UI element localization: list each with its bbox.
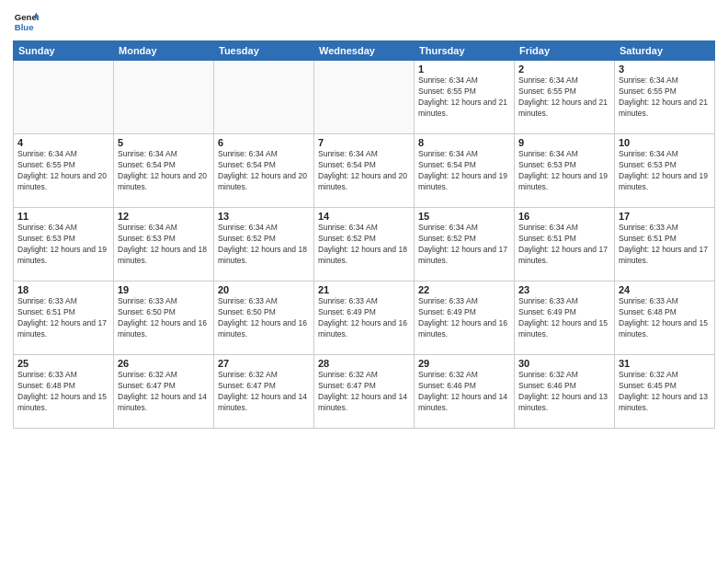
day-info: Sunrise: 6:33 AMSunset: 6:49 PMDaylight:… — [418, 296, 510, 340]
day-number: 31 — [619, 358, 711, 369]
day-number: 23 — [518, 284, 610, 295]
day-number: 22 — [418, 284, 510, 295]
day-info: Sunrise: 6:32 AMSunset: 6:46 PMDaylight:… — [518, 370, 610, 414]
day-info: Sunrise: 6:33 AMSunset: 6:48 PMDaylight:… — [619, 296, 711, 340]
day-info: Sunrise: 6:34 AMSunset: 6:54 PMDaylight:… — [118, 149, 210, 193]
day-info: Sunrise: 6:34 AMSunset: 6:55 PMDaylight:… — [17, 149, 109, 193]
day-number: 15 — [418, 211, 510, 222]
calendar-cell: 26Sunrise: 6:32 AMSunset: 6:47 PMDayligh… — [114, 355, 214, 429]
day-info: Sunrise: 6:32 AMSunset: 6:47 PMDaylight:… — [118, 370, 210, 414]
day-number: 20 — [218, 284, 310, 295]
calendar-cell: 10Sunrise: 6:34 AMSunset: 6:53 PMDayligh… — [615, 134, 715, 208]
day-number: 14 — [318, 211, 410, 222]
calendar-cell: 3Sunrise: 6:34 AMSunset: 6:55 PMDaylight… — [615, 61, 715, 134]
calendar-cell: 2Sunrise: 6:34 AMSunset: 6:55 PMDaylight… — [515, 61, 615, 134]
calendar-cell: 31Sunrise: 6:32 AMSunset: 6:45 PMDayligh… — [615, 355, 715, 429]
day-number: 10 — [619, 137, 711, 148]
calendar-cell — [14, 61, 114, 134]
day-number: 24 — [619, 284, 711, 295]
calendar-cell: 28Sunrise: 6:32 AMSunset: 6:47 PMDayligh… — [314, 355, 415, 429]
day-info: Sunrise: 6:34 AMSunset: 6:51 PMDaylight:… — [518, 223, 610, 267]
day-info: Sunrise: 6:33 AMSunset: 6:51 PMDaylight:… — [619, 223, 711, 267]
calendar-cell: 27Sunrise: 6:32 AMSunset: 6:47 PMDayligh… — [214, 355, 314, 429]
day-info: Sunrise: 6:32 AMSunset: 6:46 PMDaylight:… — [418, 370, 510, 414]
day-info: Sunrise: 6:34 AMSunset: 6:55 PMDaylight:… — [518, 75, 610, 120]
calendar-cell: 25Sunrise: 6:33 AMSunset: 6:48 PMDayligh… — [14, 355, 114, 429]
calendar-cell: 21Sunrise: 6:33 AMSunset: 6:49 PMDayligh… — [314, 282, 415, 355]
day-info: Sunrise: 6:34 AMSunset: 6:52 PMDaylight:… — [418, 223, 510, 267]
day-number: 27 — [218, 358, 310, 369]
header-tuesday: Tuesday — [214, 41, 314, 61]
day-number: 13 — [218, 211, 310, 222]
day-number: 18 — [17, 284, 109, 295]
header-thursday: Thursday — [415, 41, 515, 61]
calendar-cell: 16Sunrise: 6:34 AMSunset: 6:51 PMDayligh… — [515, 208, 615, 282]
day-info: Sunrise: 6:34 AMSunset: 6:55 PMDaylight:… — [418, 75, 510, 120]
calendar-cell: 6Sunrise: 6:34 AMSunset: 6:54 PMDaylight… — [214, 134, 314, 208]
calendar-page: General Blue SundayMondayTuesdayWednesda… — [0, 0, 728, 563]
day-number: 3 — [619, 63, 711, 75]
logo: General Blue — [13, 9, 40, 35]
header-sunday: Sunday — [14, 41, 114, 61]
day-info: Sunrise: 6:33 AMSunset: 6:48 PMDaylight:… — [17, 370, 109, 414]
day-info: Sunrise: 6:34 AMSunset: 6:53 PMDaylight:… — [619, 149, 711, 193]
day-info: Sunrise: 6:33 AMSunset: 6:51 PMDaylight:… — [17, 296, 109, 340]
day-info: Sunrise: 6:34 AMSunset: 6:54 PMDaylight:… — [318, 149, 410, 193]
calendar-cell: 9Sunrise: 6:34 AMSunset: 6:53 PMDaylight… — [515, 134, 615, 208]
day-number: 25 — [17, 358, 109, 369]
day-number: 9 — [518, 137, 610, 148]
calendar-cell — [314, 61, 415, 134]
calendar-cell: 24Sunrise: 6:33 AMSunset: 6:48 PMDayligh… — [615, 282, 715, 355]
calendar-cell: 13Sunrise: 6:34 AMSunset: 6:52 PMDayligh… — [214, 208, 314, 282]
day-number: 26 — [118, 358, 210, 369]
day-info: Sunrise: 6:32 AMSunset: 6:45 PMDaylight:… — [619, 370, 711, 414]
calendar-week-row: 18Sunrise: 6:33 AMSunset: 6:51 PMDayligh… — [14, 282, 715, 355]
day-number: 21 — [318, 284, 410, 295]
header-saturday: Saturday — [615, 41, 715, 61]
day-number: 12 — [118, 211, 210, 222]
calendar-cell: 19Sunrise: 6:33 AMSunset: 6:50 PMDayligh… — [114, 282, 214, 355]
day-info: Sunrise: 6:34 AMSunset: 6:53 PMDaylight:… — [518, 149, 610, 193]
calendar-week-row: 25Sunrise: 6:33 AMSunset: 6:48 PMDayligh… — [14, 355, 715, 429]
calendar-cell: 20Sunrise: 6:33 AMSunset: 6:50 PMDayligh… — [214, 282, 314, 355]
calendar-cell: 8Sunrise: 6:34 AMSunset: 6:54 PMDaylight… — [415, 134, 515, 208]
day-info: Sunrise: 6:34 AMSunset: 6:52 PMDaylight:… — [218, 223, 310, 267]
calendar-cell: 14Sunrise: 6:34 AMSunset: 6:52 PMDayligh… — [314, 208, 415, 282]
calendar-cell: 29Sunrise: 6:32 AMSunset: 6:46 PMDayligh… — [415, 355, 515, 429]
day-number: 11 — [17, 211, 109, 222]
calendar-cell: 12Sunrise: 6:34 AMSunset: 6:53 PMDayligh… — [114, 208, 214, 282]
day-info: Sunrise: 6:34 AMSunset: 6:52 PMDaylight:… — [318, 223, 410, 267]
day-number: 29 — [418, 358, 510, 369]
calendar-cell: 23Sunrise: 6:33 AMSunset: 6:49 PMDayligh… — [515, 282, 615, 355]
day-number: 16 — [518, 211, 610, 222]
logo-icon: General Blue — [13, 9, 39, 35]
day-number: 1 — [418, 63, 510, 75]
day-info: Sunrise: 6:33 AMSunset: 6:50 PMDaylight:… — [218, 296, 310, 340]
calendar-cell: 4Sunrise: 6:34 AMSunset: 6:55 PMDaylight… — [14, 134, 114, 208]
day-info: Sunrise: 6:34 AMSunset: 6:55 PMDaylight:… — [619, 75, 711, 120]
header-wednesday: Wednesday — [314, 41, 415, 61]
day-info: Sunrise: 6:33 AMSunset: 6:49 PMDaylight:… — [318, 296, 410, 340]
calendar-cell — [214, 61, 314, 134]
calendar-cell: 1Sunrise: 6:34 AMSunset: 6:55 PMDaylight… — [415, 61, 515, 134]
calendar-cell: 11Sunrise: 6:34 AMSunset: 6:53 PMDayligh… — [14, 208, 114, 282]
day-number: 6 — [218, 137, 310, 148]
calendar-week-row: 4Sunrise: 6:34 AMSunset: 6:55 PMDaylight… — [14, 134, 715, 208]
day-number: 19 — [118, 284, 210, 295]
day-info: Sunrise: 6:34 AMSunset: 6:53 PMDaylight:… — [17, 223, 109, 267]
calendar-cell: 7Sunrise: 6:34 AMSunset: 6:54 PMDaylight… — [314, 134, 415, 208]
page-header: General Blue — [13, 9, 715, 35]
day-info: Sunrise: 6:32 AMSunset: 6:47 PMDaylight:… — [218, 370, 310, 414]
calendar-header-row: SundayMondayTuesdayWednesdayThursdayFrid… — [14, 41, 715, 61]
day-info: Sunrise: 6:34 AMSunset: 6:54 PMDaylight:… — [218, 149, 310, 193]
calendar-cell — [114, 61, 214, 134]
header-monday: Monday — [114, 41, 214, 61]
calendar-cell: 5Sunrise: 6:34 AMSunset: 6:54 PMDaylight… — [114, 134, 214, 208]
day-number: 2 — [518, 63, 610, 75]
day-number: 7 — [318, 137, 410, 148]
calendar-cell: 18Sunrise: 6:33 AMSunset: 6:51 PMDayligh… — [14, 282, 114, 355]
day-info: Sunrise: 6:33 AMSunset: 6:49 PMDaylight:… — [518, 296, 610, 340]
day-info: Sunrise: 6:34 AMSunset: 6:54 PMDaylight:… — [418, 149, 510, 193]
day-info: Sunrise: 6:33 AMSunset: 6:50 PMDaylight:… — [118, 296, 210, 340]
day-number: 30 — [518, 358, 610, 369]
